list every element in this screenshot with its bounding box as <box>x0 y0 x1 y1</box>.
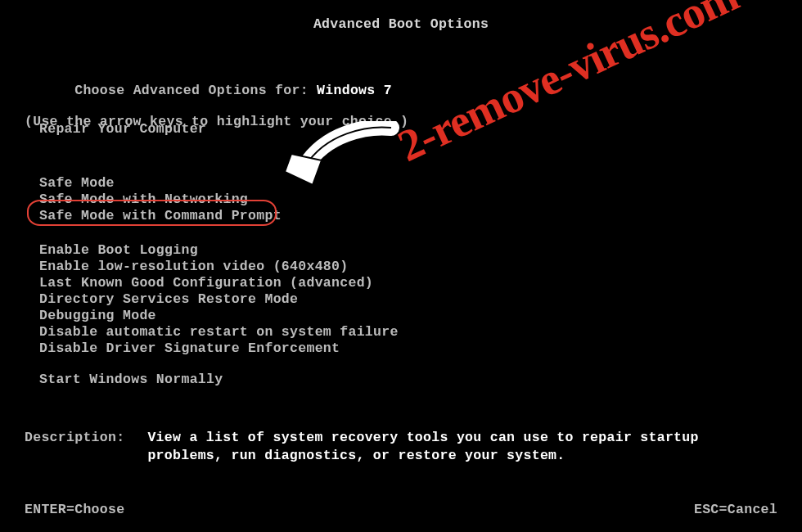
highlight-ring-annotation <box>27 200 277 226</box>
description-label: Description: <box>25 430 124 445</box>
option-repair-your-computer[interactable]: Repair Your Computer <box>39 121 206 138</box>
footer-esc-hint: ESC=Cancel <box>694 502 777 517</box>
curved-arrow-icon <box>277 121 399 195</box>
option-low-res-video[interactable]: Enable low-resolution video (640x480) <box>39 259 399 275</box>
option-directory-services-restore[interactable]: Directory Services Restore Mode <box>39 291 399 308</box>
intro-prefix: Choose Advanced Options for: <box>74 83 317 98</box>
description-text: View a list of system recovery tools you… <box>147 429 769 465</box>
footer-enter-hint: ENTER=Choose <box>25 502 124 517</box>
option-debugging-mode[interactable]: Debugging Mode <box>39 308 399 324</box>
intro-block: Choose Advanced Options for: Windows 7 (… <box>25 67 408 129</box>
option-disable-auto-restart[interactable]: Disable automatic restart on system fail… <box>39 324 399 340</box>
option-safe-mode[interactable]: Safe Mode <box>39 175 282 192</box>
option-last-known-good[interactable]: Last Known Good Configuration (advanced) <box>39 275 399 291</box>
page-title: Advanced Boot Options <box>0 16 802 32</box>
description-block: Description: View a list of system recov… <box>25 429 769 465</box>
footer-bar: ENTER=Choose ESC=Cancel <box>25 502 777 517</box>
option-disable-driver-sig[interactable]: Disable Driver Signature Enforcement <box>39 340 399 357</box>
os-name: Windows 7 <box>317 83 392 98</box>
advanced-boot-options-screen: Advanced Boot Options Choose Advanced Op… <box>0 0 802 532</box>
option-start-windows-normally[interactable]: Start Windows Normally <box>39 372 223 388</box>
option-enable-boot-logging[interactable]: Enable Boot Logging <box>39 242 399 259</box>
